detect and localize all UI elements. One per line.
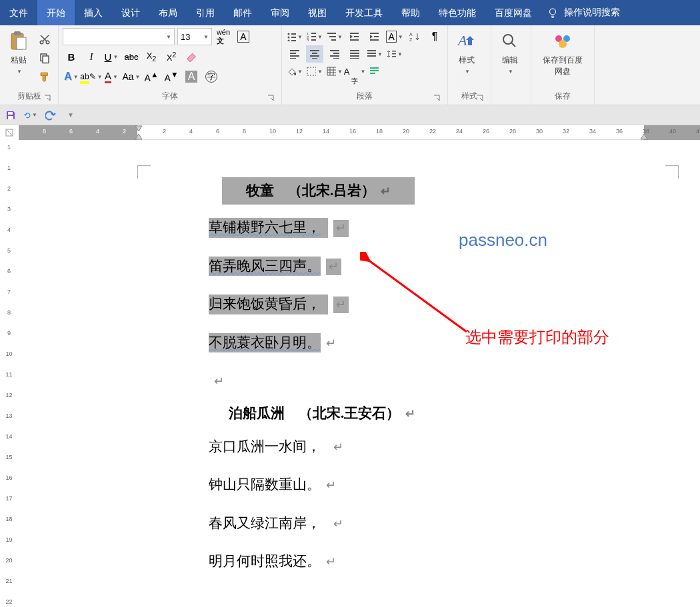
tab-special[interactable]: 特色功能	[429, 0, 485, 25]
svg-rect-27	[374, 36, 379, 37]
svg-text:3: 3	[307, 39, 309, 41]
find-icon	[501, 32, 519, 51]
scissors-icon	[39, 33, 51, 45]
styles-button[interactable]: A 样式 ▼	[452, 28, 481, 77]
tab-file[interactable]: 文件	[0, 0, 37, 25]
asian-layout-button[interactable]: A▼	[386, 28, 403, 45]
align-right-button[interactable]	[326, 45, 343, 63]
save-baidu-button[interactable]: 保存到百度网盘	[535, 28, 590, 80]
shading-button[interactable]: ▼	[286, 63, 303, 80]
clear-format-button[interactable]	[183, 48, 200, 65]
cut-button[interactable]	[36, 31, 53, 48]
tab-mail[interactable]: 邮件	[224, 0, 261, 25]
decrease-indent-button[interactable]	[346, 28, 363, 45]
svg-rect-23	[350, 33, 359, 34]
align-justify-button[interactable]	[346, 45, 363, 63]
svg-rect-3	[17, 37, 26, 49]
svg-rect-51	[392, 53, 396, 55]
align-right-icon	[329, 49, 340, 59]
svg-point-8	[288, 33, 290, 35]
document-area[interactable]: 牧童 （北宋.吕岩）↵ 草铺横野六七里， ↵ 笛弄晚风三四声。↵ 归来饱饭黄昏后…	[19, 140, 700, 607]
font-family-combo[interactable]: ▼	[63, 28, 175, 45]
svg-rect-57	[370, 73, 375, 74]
group-font-label: 字体	[63, 89, 277, 105]
svg-rect-48	[367, 53, 376, 54]
tell-me-label: 操作说明搜索	[564, 7, 620, 19]
save-button[interactable]	[4, 109, 17, 122]
align-left-button[interactable]	[286, 45, 303, 63]
editing-button[interactable]: 编辑 ▼	[495, 28, 525, 77]
increase-indent-button[interactable]	[366, 28, 383, 45]
svg-rect-21	[329, 36, 336, 37]
tab-insert[interactable]: 插入	[75, 0, 112, 25]
svg-rect-13	[291, 40, 296, 41]
char-border-button[interactable]: A	[235, 28, 252, 45]
show-marks-button[interactable]: ¶	[426, 28, 443, 45]
align-distribute-button[interactable]: ▼	[366, 45, 383, 63]
save-icon	[5, 110, 16, 121]
align-center-button[interactable]	[306, 45, 323, 63]
tab-help[interactable]: 帮助	[392, 0, 429, 25]
first-line-indent-marker[interactable]	[135, 125, 143, 132]
italic-button[interactable]: I	[83, 48, 100, 65]
tab-view[interactable]: 视图	[299, 0, 336, 25]
svg-rect-22	[331, 39, 336, 41]
multilevel-list-button[interactable]: ▼	[326, 28, 343, 45]
dialog-launcher-icon[interactable]	[433, 94, 441, 102]
subscript-button[interactable]: X2	[143, 48, 160, 65]
tab-devtools[interactable]: 开发工具	[336, 0, 392, 25]
tab-home[interactable]: 开始	[37, 0, 75, 25]
numbering-button[interactable]: 123▼	[306, 28, 323, 45]
tab-baidu[interactable]: 百度网盘	[485, 0, 541, 25]
tab-bar: 文件 开始 插入 设计 布局 引用 邮件 审阅 视图 开发工具 帮助 特色功能 …	[0, 0, 700, 25]
enclose-char-button[interactable]: 字	[203, 68, 220, 85]
strikethrough-button[interactable]: abc	[123, 48, 140, 65]
undo-button[interactable]: ▼	[24, 109, 37, 122]
svg-rect-24	[354, 36, 359, 37]
hanging-indent-marker[interactable]	[135, 133, 143, 140]
copy-button[interactable]	[36, 49, 53, 67]
dialog-launcher-icon[interactable]	[267, 94, 275, 102]
baidu-cloud-icon	[552, 32, 573, 51]
redo-button[interactable]	[44, 109, 57, 122]
bullets-button[interactable]: ▼	[286, 28, 303, 45]
snap-grid-button[interactable]: ▼	[326, 63, 343, 80]
sort-button[interactable]: AZ	[406, 28, 423, 45]
font-size-combo[interactable]: 13▼	[177, 28, 212, 45]
tell-me-search[interactable]: 操作说明搜索	[547, 7, 620, 19]
horizontal-ruler[interactable]: 8642246810121416182022242628303234363840…	[19, 125, 700, 140]
poem1-line1: 草铺横野六七里， ↵	[209, 209, 429, 247]
dialog-launcher-icon[interactable]	[43, 94, 51, 102]
tab-design[interactable]: 设计	[112, 0, 149, 25]
tab-layout[interactable]: 布局	[149, 0, 187, 25]
superscript-button[interactable]: X2	[163, 48, 180, 65]
para-settings-button[interactable]	[366, 63, 383, 80]
ribbon: 粘贴 ▼ 剪贴板 ▼ 13▼ wén文 A B I	[0, 25, 700, 105]
bold-button[interactable]: B	[63, 48, 80, 65]
text-direction-button[interactable]: A字▼	[346, 63, 363, 80]
dialog-launcher-icon[interactable]	[476, 94, 484, 102]
svg-rect-37	[310, 55, 319, 57]
borders-icon	[307, 67, 316, 76]
paste-button[interactable]: 粘贴 ▼	[4, 28, 33, 77]
svg-rect-55	[370, 67, 379, 69]
highlight-button[interactable]: ab✎▼	[83, 68, 100, 85]
format-painter-button[interactable]	[36, 68, 53, 85]
tab-references[interactable]: 引用	[187, 0, 224, 25]
tab-review[interactable]: 审阅	[261, 0, 299, 25]
font-color-button[interactable]: A▼	[103, 68, 120, 85]
line-spacing-button[interactable]: ▼	[386, 45, 403, 63]
shrink-font-button[interactable]: A▼	[163, 68, 180, 85]
group-clipboard-label: 剪贴板	[4, 89, 54, 105]
svg-text:Z: Z	[409, 37, 413, 41]
grow-font-button[interactable]: A▲	[143, 68, 160, 85]
qat-customize-button[interactable]: ▼	[64, 109, 77, 122]
text-effects-button[interactable]: A▼	[63, 68, 80, 85]
underline-button[interactable]: U▼	[103, 48, 120, 65]
char-shading-button[interactable]: A	[183, 68, 200, 85]
eraser-icon	[185, 51, 198, 62]
change-case-button[interactable]: Aa▼	[123, 68, 140, 85]
svg-rect-11	[291, 37, 296, 38]
phonetic-guide-button[interactable]: wén文	[215, 28, 232, 45]
borders-button[interactable]: ▼	[306, 63, 323, 80]
